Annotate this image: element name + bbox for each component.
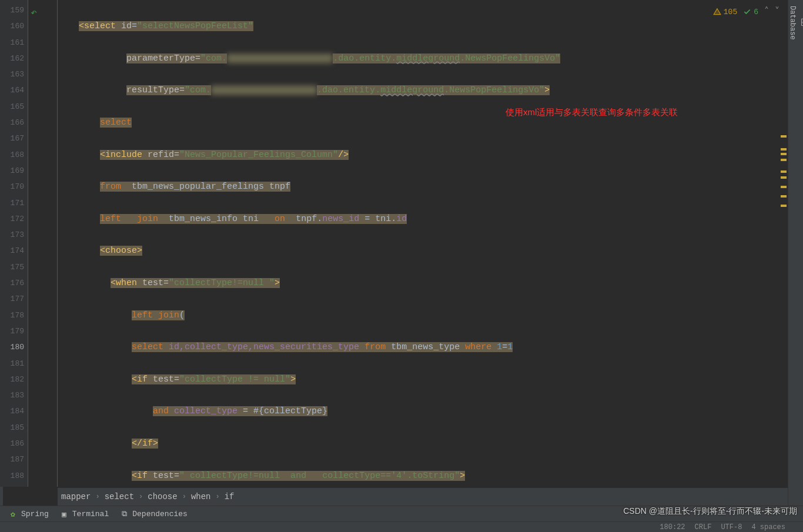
- breadcrumb-item[interactable]: mapper: [61, 492, 91, 501]
- line-number: 173: [0, 227, 24, 243]
- line-number: 187: [0, 451, 24, 467]
- terminal-tool-button[interactable]: ▣ Terminal: [59, 510, 109, 519]
- undo-icon[interactable]: ↶: [31, 6, 37, 19]
- dependencies-icon: ⧉: [119, 510, 129, 519]
- breadcrumb-item[interactable]: choose: [148, 492, 177, 501]
- chevron-right-icon: ›: [139, 493, 143, 501]
- error-stripe[interactable]: [779, 0, 788, 487]
- file-encoding[interactable]: UTF-8: [721, 523, 742, 531]
- indent-info[interactable]: 4 spaces: [751, 523, 785, 531]
- line-number: 185: [0, 420, 24, 436]
- line-number: 178: [0, 307, 24, 323]
- line-number: 163: [0, 66, 24, 82]
- chevron-right-icon: ›: [215, 493, 219, 501]
- line-number: 176: [0, 275, 24, 291]
- breadcrumb-item[interactable]: if: [225, 492, 235, 501]
- database-icon: 🗄: [799, 18, 803, 28]
- line-number: 159: [0, 2, 24, 18]
- line-number: 181: [0, 356, 24, 372]
- line-number: 179: [0, 323, 24, 339]
- line-number: 164: [0, 82, 24, 98]
- spring-icon: ✿: [8, 510, 18, 519]
- line-number: 180: [0, 339, 24, 355]
- line-number: 175: [0, 259, 24, 275]
- line-number: 161: [0, 35, 24, 51]
- line-separator[interactable]: CRLF: [695, 523, 712, 531]
- line-number: 177: [0, 291, 24, 307]
- chevron-right-icon: ›: [95, 493, 99, 501]
- line-number: 166: [0, 115, 24, 131]
- spring-tool-button[interactable]: ✿ Spring: [8, 510, 49, 519]
- line-number-gutter: 1591601611621631641651661671681691701711…: [0, 0, 28, 487]
- database-tool-button[interactable]: 🗄 Database: [788, 6, 803, 40]
- breadcrumb[interactable]: mapper› select› choose› when› if: [58, 488, 788, 506]
- line-number: 165: [0, 99, 24, 115]
- status-bar-right: 180:22 CRLF UTF-8 4 spaces: [660, 523, 785, 531]
- line-number: 169: [0, 163, 24, 179]
- line-number: 170: [0, 179, 24, 195]
- line-number: 184: [0, 403, 24, 419]
- line-number: 188: [0, 468, 24, 484]
- line-number: 160: [0, 18, 24, 34]
- breadcrumb-item[interactable]: select: [105, 492, 134, 501]
- line-number: 183: [0, 387, 24, 403]
- line-number: 172: [0, 211, 24, 227]
- right-tool-strip: ▸ Maven 🗄 Database: [788, 0, 803, 532]
- chevron-right-icon: ›: [182, 493, 186, 501]
- fold-gutter: [28, 0, 58, 487]
- line-number: 162: [0, 51, 24, 66]
- code-editor[interactable]: <select id="selectNewsPopFeeList" parame…: [58, 2, 778, 532]
- red-annotation-text: 使用xml适用与多表关联查询多条件多表关联: [506, 107, 678, 118]
- dependencies-tool-button[interactable]: ⧉ Dependencies: [119, 510, 188, 519]
- terminal-icon: ▣: [59, 510, 69, 519]
- line-number: 174: [0, 243, 24, 259]
- line-number: 167: [0, 131, 24, 146]
- line-number: 171: [0, 195, 24, 211]
- editor-area: 1591601611621631641651661671681691701711…: [0, 0, 788, 487]
- line-number: 168: [0, 147, 24, 163]
- csdn-watermark: CSDN @道阻且长-行则将至-行而不辍-未来可期: [623, 506, 797, 517]
- breadcrumb-item[interactable]: when: [191, 492, 211, 501]
- line-number: 182: [0, 372, 24, 387]
- line-number: 186: [0, 436, 24, 451]
- caret-position[interactable]: 180:22: [660, 523, 685, 531]
